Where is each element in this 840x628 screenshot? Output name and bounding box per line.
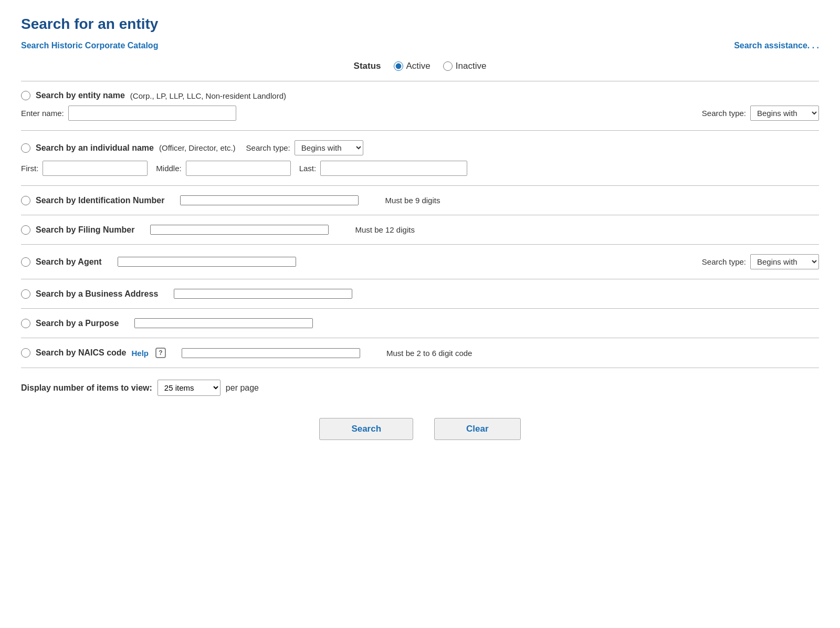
business-address-radio[interactable] [21,289,30,299]
id-number-note: Must be 9 digits [385,196,440,205]
first-name-input[interactable] [43,161,148,176]
middle-name-input[interactable] [186,161,291,176]
individual-search-type-label: Search type: [246,143,290,152]
page-title: Search for an entity [21,16,819,33]
last-name-input[interactable] [320,161,467,176]
purpose-section: Search by a Purpose [21,309,819,338]
naics-radio[interactable] [21,348,30,358]
historic-catalog-link[interactable]: Search Historic Corporate Catalog [21,41,158,50]
entity-name-input[interactable] [68,106,236,121]
status-inactive-text: Inactive [456,61,487,71]
agent-search-type-label: Search type: [702,257,746,266]
display-label: Display number of items to view: [21,383,152,393]
filing-number-input[interactable] [150,225,329,235]
items-per-page-select[interactable]: 10 items 25 items 50 items 100 items [158,380,220,396]
agent-search-type-select[interactable]: Begins with Contains Exact [750,254,819,269]
purpose-input[interactable] [134,318,313,328]
agent-section: Search by Agent Search type: Begins with… [21,245,819,279]
entity-name-section: Search by entity name (Corp., LP, LLP, L… [21,81,819,131]
individual-name-subtitle: (Officer, Director, etc.) [159,143,236,152]
agent-input[interactable] [118,257,296,267]
status-active-radio[interactable] [394,61,403,71]
agent-title: Search by Agent [36,257,102,267]
filing-number-title: Search by Filing Number [36,225,134,235]
middle-name-label: Middle: [156,164,181,173]
filing-number-note: Must be 12 digits [355,225,414,234]
id-number-title: Search by Identification Number [36,196,164,205]
status-label: Status [354,61,381,71]
filing-number-section: Search by Filing Number Must be 12 digit… [21,215,819,245]
individual-name-radio[interactable] [21,143,30,153]
search-section-container: Search by entity name (Corp., LP, LLP, L… [21,81,819,368]
individual-search-type-select[interactable]: Begins with Contains Exact [295,140,363,155]
status-active-label[interactable]: Active [394,61,430,71]
naics-title: Search by NAICS code [36,348,127,358]
id-number-section: Search by Identification Number Must be … [21,186,819,215]
first-name-label: First: [21,164,38,173]
clear-button[interactable]: Clear [434,418,521,440]
entity-name-radio[interactable] [21,91,30,100]
business-address-section: Search by a Business Address [21,279,819,309]
individual-name-section: Search by an individual name (Officer, D… [21,131,819,186]
status-active-text: Active [406,61,430,71]
search-assistance-link[interactable]: Search assistance. . . [734,41,819,50]
business-address-title: Search by a Business Address [36,289,158,299]
entity-name-title: Search by entity name [36,91,125,100]
business-address-input[interactable] [174,289,352,299]
display-row: Display number of items to view: 10 item… [21,368,819,407]
filing-number-radio[interactable] [21,225,30,235]
naics-help-icon: ? [155,348,166,358]
naics-note: Must be 2 to 6 digit code [386,349,472,358]
id-number-radio[interactable] [21,196,30,205]
enter-name-label: Enter name: [21,109,64,118]
naics-section: Search by NAICS code Help ? Must be 2 to… [21,338,819,368]
entity-search-type-label: Search type: [702,109,746,118]
naics-input[interactable] [182,348,360,358]
search-button[interactable]: Search [319,418,413,440]
individual-name-title: Search by an individual name [36,143,154,153]
purpose-title: Search by a Purpose [36,319,119,328]
per-page-text: per page [226,383,259,393]
purpose-radio[interactable] [21,319,30,328]
entity-name-subtitle: (Corp., LP, LLP, LLC, Non-resident Landl… [130,91,286,100]
agent-radio[interactable] [21,257,30,267]
entity-search-type-select[interactable]: Begins with Contains Exact [750,106,819,121]
id-number-input[interactable] [180,195,359,205]
button-row: Search Clear [21,407,819,451]
status-inactive-label[interactable]: Inactive [443,61,487,71]
naics-help-link[interactable]: Help [132,349,149,358]
last-name-label: Last: [299,164,317,173]
status-inactive-radio[interactable] [443,61,453,71]
